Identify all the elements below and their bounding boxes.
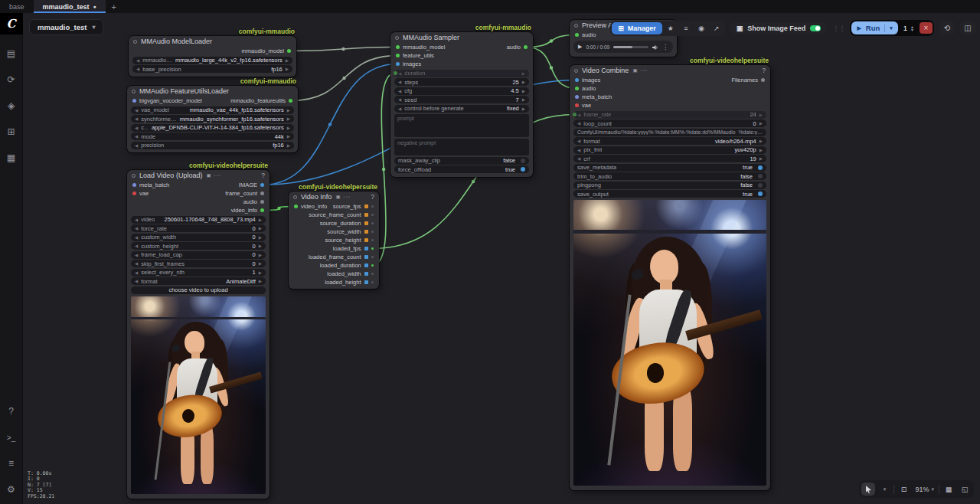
slot-square-icon[interactable]: [364, 213, 368, 217]
input-slot-vae[interactable]: vae: [575, 102, 591, 109]
increment-arrow-icon[interactable]: ▶: [760, 148, 763, 152]
widget-text[interactable]: ComfyUI/mmaudio/%date:yyyy%-%date:MM%-%d…: [573, 129, 766, 136]
increment-arrow-icon[interactable]: ▶: [287, 143, 290, 148]
widget-save_output[interactable]: save_outputtrue: [573, 190, 766, 198]
output-slot-loaded_width[interactable]: loaded_width: [327, 270, 374, 277]
slot-dot-icon[interactable]: [371, 264, 374, 267]
increment-arrow-icon[interactable]: ▶: [259, 226, 262, 231]
collapse-icon[interactable]: [574, 24, 578, 28]
increment-arrow-icon[interactable]: ▶: [286, 58, 289, 63]
slot-dot-icon[interactable]: [575, 78, 579, 82]
slot-dot-icon[interactable]: [371, 231, 374, 234]
decrement-arrow-icon[interactable]: ◀: [135, 270, 138, 275]
output-slot-IMAGE[interactable]: IMAGE: [239, 182, 264, 188]
output-slot-audio[interactable]: audio: [243, 198, 264, 205]
fit-view-button[interactable]: ⊡: [897, 483, 910, 496]
widget-seed[interactable]: ◀seed7▶: [394, 96, 529, 103]
decrement-arrow-icon[interactable]: ◀: [135, 143, 138, 148]
output-slot-source_duration[interactable]: source_duration: [320, 220, 374, 227]
slot-dot-icon[interactable]: [260, 200, 264, 204]
slot-dot-icon[interactable]: [132, 183, 136, 187]
decrement-arrow-icon[interactable]: ◀: [135, 226, 138, 231]
decrement-arrow-icon[interactable]: ◀: [135, 279, 138, 283]
input-slot-images[interactable]: images: [575, 77, 600, 83]
sidebar-logs-icon[interactable]: ≡: [3, 455, 20, 472]
input-slot-meta_batch[interactable]: meta_batch: [575, 93, 612, 100]
tab-base[interactable]: base: [0, 0, 34, 13]
slot-dot-icon[interactable]: [371, 256, 374, 259]
run-button[interactable]: ▶ Run ▾: [851, 21, 897, 34]
stepper-down-icon[interactable]: ▼: [910, 28, 914, 31]
collapse-icon[interactable]: [574, 69, 578, 73]
collapse-icon[interactable]: [132, 90, 136, 93]
widget-cfg[interactable]: ◀cfg4.5▶: [394, 87, 529, 95]
widget-precision[interactable]: ◀precisionfp16▶: [131, 142, 294, 149]
slot-square-icon[interactable]: [364, 238, 368, 242]
slot-square-icon[interactable]: [364, 280, 368, 284]
output-slot-video_info[interactable]: video_info: [231, 207, 264, 214]
share-icon[interactable]: ↗: [710, 22, 724, 34]
slot-square-icon[interactable]: [364, 263, 368, 267]
slot-dot-icon[interactable]: [289, 99, 292, 103]
volume-icon[interactable]: [652, 40, 658, 54]
slot-dot-icon[interactable]: [575, 87, 579, 90]
increment-arrow-icon[interactable]: ▶: [259, 235, 262, 240]
sidebar-help-icon[interactable]: ?: [3, 403, 20, 420]
increment-arrow-icon[interactable]: ▶: [287, 116, 290, 121]
play-icon[interactable]: ▶: [578, 44, 582, 50]
sidebar-workflows-icon[interactable]: ⊞: [3, 123, 20, 140]
layers-icon[interactable]: ≡: [679, 22, 693, 34]
new-tab-button[interactable]: +: [106, 0, 122, 13]
slot-dot-icon[interactable]: [294, 205, 298, 208]
decrement-arrow-icon[interactable]: ◀: [135, 116, 138, 121]
increment-arrow-icon[interactable]: ▶: [522, 80, 525, 84]
output-slot-source_fps[interactable]: source_fps: [333, 203, 374, 210]
widget-synchformer_model[interactable]: ◀synchformer_modelmmaudio_synchformer_fp…: [131, 115, 294, 123]
input-slot-video_info[interactable]: video_info: [294, 203, 327, 210]
widget-frame_rate[interactable]: ◀frame_rate24▶: [573, 111, 766, 119]
cancel-run-button[interactable]: ×: [920, 22, 933, 34]
input-slot-bigvgan_vocoder_model[interactable]: bigvgan_vocoder_model: [132, 97, 202, 104]
slot-dot-icon[interactable]: [573, 113, 577, 116]
slot-dot-icon[interactable]: [575, 103, 579, 107]
node-title-icons[interactable]: ▣ ◦◦◦: [206, 172, 221, 178]
sidebar-templates-icon[interactable]: ▦: [3, 149, 20, 166]
widget-force_rate[interactable]: ◀force_rate0▶: [131, 224, 266, 232]
output-slot-source_height[interactable]: source_height: [325, 237, 374, 244]
minimap-toggle-button[interactable]: ◱: [958, 483, 972, 496]
increment-arrow-icon[interactable]: ▶: [287, 126, 290, 130]
input-slot-audio[interactable]: audio: [575, 31, 596, 38]
decrement-arrow-icon[interactable]: ◀: [135, 218, 138, 222]
toggle-state-icon[interactable]: [758, 183, 763, 188]
slot-square-icon[interactable]: [364, 272, 368, 276]
help-icon[interactable]: ?: [762, 67, 766, 74]
input-slot-mmaudio_model[interactable]: mmaudio_model: [396, 44, 445, 51]
comfyui-logo[interactable]: C: [0, 13, 23, 34]
node-title-bar[interactable]: Load Video (Upload)▣ ◦◦◦?: [127, 170, 270, 181]
decrement-arrow-icon[interactable]: ◀: [135, 261, 138, 266]
widget-select_every_nth[interactable]: ◀select_every_nth1▶: [131, 269, 266, 277]
decrement-arrow-icon[interactable]: ◀: [577, 139, 580, 143]
collapse-icon[interactable]: [132, 174, 136, 178]
increment-arrow-icon[interactable]: ▶: [286, 67, 289, 71]
output-slot-loaded_frame_count[interactable]: loaded_frame_count: [309, 254, 374, 260]
increment-arrow-icon[interactable]: ▶: [522, 97, 525, 102]
toggle-state-icon[interactable]: [521, 167, 525, 172]
output-slot-mmaudio_featureutils[interactable]: mmaudio_featureutils: [230, 97, 292, 104]
increment-arrow-icon[interactable]: ▶: [760, 113, 763, 117]
slot-dot-icon[interactable]: [575, 95, 579, 99]
slot-dot-icon[interactable]: [761, 78, 765, 82]
slot-dot-icon[interactable]: [371, 273, 374, 276]
history-button[interactable]: ⟲: [939, 21, 955, 35]
widget-video[interactable]: ◀video250601-170648_748_8808_73.mp4▶: [131, 216, 266, 224]
slot-dot-icon[interactable]: [260, 208, 264, 212]
slot-dot-icon[interactable]: [396, 54, 400, 57]
widget-crf[interactable]: ◀crf19▶: [573, 155, 766, 162]
slot-dot-icon[interactable]: [260, 191, 264, 195]
increment-arrow-icon[interactable]: ▶: [287, 108, 290, 113]
widget-loop_count[interactable]: ◀loop_count0▶: [573, 119, 766, 127]
increment-arrow-icon[interactable]: ▶: [259, 270, 262, 275]
widget-force_offload[interactable]: force_offloadtrue: [394, 165, 529, 173]
chevron-down-icon[interactable]: ▾: [890, 25, 893, 31]
tab-mmaudio-test[interactable]: mmaudio_test ●: [34, 0, 106, 13]
